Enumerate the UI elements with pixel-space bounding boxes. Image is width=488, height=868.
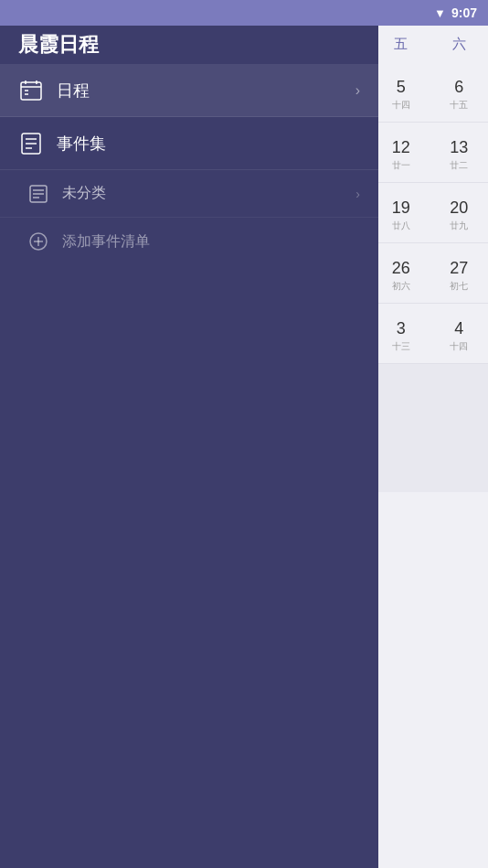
- wifi-icon: ▼: [434, 6, 446, 20]
- cell-day: 13: [450, 138, 468, 157]
- calendar-row: 5 十四 6 十五: [372, 62, 488, 123]
- calendar-row: 12 廿一 13 廿二: [372, 123, 488, 183]
- calendar-cell[interactable]: 12 廿一: [372, 123, 430, 182]
- add-event-list-item[interactable]: 添加事件清单: [0, 218, 378, 265]
- events-icon: [18, 131, 44, 156]
- cell-day: 19: [392, 198, 410, 218]
- add-label: 添加事件清单: [62, 232, 150, 252]
- cell-day: 6: [454, 78, 463, 97]
- calendar-weekdays: 五 六: [372, 26, 488, 62]
- uncategorized-label: 未分类: [62, 184, 355, 203]
- cell-lunar: 廿九: [450, 220, 468, 232]
- status-time: 9:07: [451, 5, 477, 20]
- cell-lunar: 廿二: [450, 159, 468, 172]
- status-bar-content: ▼ 9:07: [434, 5, 477, 20]
- app-title: 晨霞日程: [18, 31, 99, 59]
- cell-day: 4: [454, 319, 463, 338]
- calendar-cell[interactable]: 20 廿九: [430, 183, 489, 242]
- cell-lunar: 初六: [392, 280, 410, 293]
- menu-item-schedule[interactable]: 日程 ›: [0, 64, 378, 117]
- cell-lunar: 十四: [392, 99, 410, 112]
- calendar-row: 26 初六 27 初七: [372, 243, 488, 304]
- cell-day: 26: [392, 259, 410, 278]
- schedule-icon: [18, 78, 44, 103]
- cell-day: 20: [450, 198, 468, 218]
- cell-day: 12: [392, 138, 410, 157]
- calendar-cell[interactable]: 26 初六: [372, 243, 430, 303]
- uncategorized-arrow-icon: ›: [355, 187, 360, 201]
- calendar-grid: 5 十四 6 十五 12 廿一 13 廿二 19 廿八: [372, 62, 488, 364]
- add-icon: [27, 230, 49, 252]
- calendar-panel: 五 六 5 十四 6 十五 12 廿一 13 廿二: [372, 0, 488, 868]
- weekday-fri: 五: [372, 26, 430, 62]
- calendar-row: 3 十三 4 十四: [372, 304, 488, 364]
- weekday-sat: 六: [430, 26, 489, 62]
- cell-lunar: 廿八: [392, 220, 410, 232]
- status-bar: ▼ 9:07: [0, 0, 488, 26]
- calendar-cell[interactable]: 19 廿八: [372, 183, 430, 242]
- cell-day: 5: [397, 78, 406, 97]
- uncategorized-icon: [27, 183, 49, 205]
- menu-item-events[interactable]: 事件集: [0, 117, 378, 170]
- calendar-cell[interactable]: 3 十三: [372, 304, 430, 363]
- svg-rect-0: [21, 82, 41, 100]
- cell-lunar: 廿一: [392, 159, 410, 172]
- calendar-cell[interactable]: 4 十四: [430, 304, 489, 363]
- cell-day: 27: [450, 259, 468, 278]
- calendar-empty-area: [372, 364, 488, 492]
- cell-lunar: 十五: [450, 99, 468, 112]
- calendar-cell[interactable]: 5 十四: [372, 62, 430, 122]
- events-label: 事件集: [57, 133, 360, 155]
- calendar-cell[interactable]: 27 初七: [430, 243, 489, 303]
- calendar-row: 19 廿八 20 廿九: [372, 183, 488, 243]
- schedule-arrow-icon: ›: [355, 82, 360, 99]
- cell-lunar: 十四: [450, 340, 468, 353]
- cell-day: 3: [397, 319, 406, 338]
- cell-lunar: 十三: [392, 340, 410, 353]
- drawer-panel: 晨霞日程 日程 › 事件集: [0, 0, 378, 868]
- schedule-label: 日程: [57, 80, 355, 102]
- calendar-cell[interactable]: 6 十五: [430, 62, 489, 122]
- cell-lunar: 初七: [450, 280, 468, 293]
- sub-menu-item-uncategorized[interactable]: 未分类 ›: [0, 170, 378, 218]
- calendar-cell[interactable]: 13 廿二: [430, 123, 489, 182]
